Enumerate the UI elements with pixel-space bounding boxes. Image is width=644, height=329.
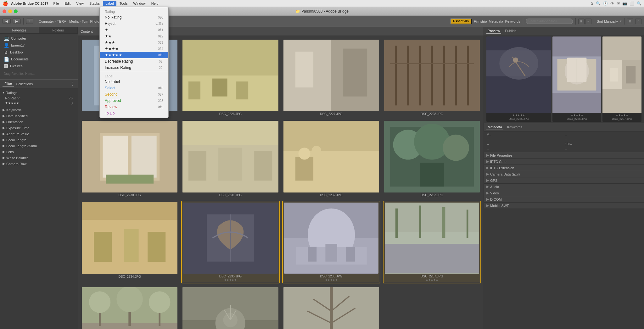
review-label-item[interactable]: Review ⌘9 <box>100 104 168 110</box>
bc-media[interactable]: Media <box>69 20 79 23</box>
meta-section-row[interactable]: ▶IPTC Extension <box>484 165 644 171</box>
filter-section-header[interactable]: ▶ Exposure Time <box>0 125 78 131</box>
no-rating-item[interactable]: No Rating ⌘0 <box>100 14 168 20</box>
tab-folders[interactable]: Folders <box>39 27 78 33</box>
grid-view-button[interactable]: ⊞ <box>578 19 585 24</box>
photo-cell[interactable]: DSC_2226.JPG <box>181 38 279 117</box>
menu-label[interactable]: Label <box>103 1 116 6</box>
minimize-button[interactable] <box>8 9 12 13</box>
increase-rating-item[interactable]: Increase Rating ⌘. <box>100 64 168 71</box>
menu-file[interactable]: File <box>51 1 62 6</box>
menu-window[interactable]: Window <box>131 1 148 6</box>
photo-cell[interactable]: DSC_2232.JPG <box>282 120 380 198</box>
meta-section-row[interactable]: ▶DICOM <box>484 196 644 203</box>
todo-label-item[interactable]: To Do <box>100 110 168 116</box>
select-label-item[interactable]: Select ⌘6 <box>100 85 168 91</box>
meta-section-row[interactable]: ▶Camera Data (Exif) <box>484 171 644 177</box>
photo-cell[interactable]: DSC_2237.JPG★★★★★ <box>383 201 481 283</box>
up-button[interactable]: ↑ <box>26 19 33 24</box>
meta-section-row[interactable]: ▶Video <box>484 190 644 196</box>
photo-cell[interactable]: DSC_2236.JPG★★★★★ <box>282 201 380 283</box>
menu-edit[interactable]: Edit <box>62 1 73 6</box>
approved-label-item[interactable]: Approved ⌘8 <box>100 98 168 104</box>
three-star-item[interactable]: ★★★ ⌘3 <box>100 39 168 46</box>
tab-publish[interactable]: Publish <box>504 28 518 34</box>
photo-cell[interactable]: DSC_2233.JPG <box>383 120 481 198</box>
section-arrow: ▶ <box>3 162 5 166</box>
sort-arrow[interactable]: ▾ <box>620 19 622 23</box>
four-star-item[interactable]: ★★★★ ⌘4 <box>100 46 168 52</box>
tab-favorites[interactable]: Favorites <box>0 27 39 33</box>
decrease-rating-item[interactable]: Decrease Rating ⌘, <box>100 58 168 64</box>
meta-section-row[interactable]: ▶IPTC Core <box>484 159 644 165</box>
photo-cell[interactable]: DSC_2230.JPG <box>81 120 179 198</box>
no-rating-row[interactable]: No Rating 76 <box>0 96 78 101</box>
menu-help[interactable]: Help <box>149 1 161 6</box>
second-label-item[interactable]: Second ⌘7 <box>100 91 168 98</box>
filter-button[interactable]: ⊞ <box>627 19 633 24</box>
filter-options-icon[interactable]: ⋮ <box>70 81 75 87</box>
one-star-item[interactable]: ★ ⌘1 <box>100 27 168 33</box>
meta-section-row[interactable]: ▶File Properties <box>484 152 644 159</box>
maximize-button[interactable] <box>14 9 18 13</box>
two-star-shortcut: ⌘2 <box>158 34 163 38</box>
preview-image-3[interactable]: ★★★★★ DSC_2297.JPG <box>602 36 641 122</box>
apple-menu[interactable]: 🍎 <box>3 1 8 6</box>
filter-section-header[interactable]: ▶ Aperture Value <box>0 131 78 137</box>
preview-image-1[interactable]: ★★★★★ DSC_2235.JPG <box>486 36 551 122</box>
filter-section-header[interactable]: ▶ Orientation <box>0 119 78 125</box>
meta-section-row[interactable]: ▶GPS <box>484 177 644 184</box>
search-icon[interactable]: 🔍 <box>596 1 601 6</box>
forward-button[interactable]: ▶ <box>13 19 21 24</box>
adobe-stock-search[interactable] <box>526 19 573 24</box>
filter-section-header[interactable]: ▶ Focal Length <box>0 137 78 143</box>
preview-image-2[interactable]: ★★★★★ DSC_2236.JPG <box>552 36 601 122</box>
ratings-header[interactable]: ▾ Ratings <box>0 90 78 96</box>
essentials-button[interactable]: Essentials <box>450 18 472 24</box>
photo-cell[interactable]: DSC_2228.JPG <box>383 38 481 117</box>
photo-cell[interactable]: DSC_2238.JPG <box>81 286 179 329</box>
filter-tab[interactable]: Filter <box>3 81 14 86</box>
photo-cell[interactable]: DSC_2239.JPG <box>181 286 279 329</box>
sidebar-item-user[interactable]: 👤 tgreen17 <box>0 42 78 49</box>
back-button[interactable]: ◀ <box>3 19 11 24</box>
meta-section-row[interactable]: ▶Audio <box>484 184 644 190</box>
sidebar-item-computer[interactable]: 💻 Computer <box>0 35 78 42</box>
photo-cell[interactable]: DSC_2234.JPG <box>81 201 179 283</box>
filter-section-header[interactable]: ▶ Keywords <box>0 107 78 113</box>
filter-section-header[interactable]: ▶ Date Modified <box>0 113 78 119</box>
close-button[interactable] <box>3 9 6 13</box>
metadata-button[interactable]: Metadata <box>489 20 503 23</box>
menu-stacks[interactable]: Stacks <box>87 1 102 6</box>
five-star-item[interactable]: ★★★★★ ⌘5 <box>100 52 168 58</box>
filmstrip-button[interactable]: Filmstrip <box>474 20 487 23</box>
photo-cell[interactable]: DSC_2231.JPG <box>181 120 279 198</box>
tab-keywords[interactable]: Keywords <box>506 125 524 130</box>
sidebar-item-pictures[interactable]: 🖼 Pictures <box>0 63 78 70</box>
tab-preview[interactable]: Preview <box>486 28 501 34</box>
photo-cell[interactable]: DSC_2235.JPG★★★★★ <box>181 201 279 283</box>
photo-cell[interactable]: DSC_2240.JPG <box>282 286 380 329</box>
meta-section-row[interactable]: ▶Mobile SWF <box>484 203 644 209</box>
menu-tools[interactable]: Tools <box>117 1 130 6</box>
sidebar-item-documents[interactable]: 📄 Documents <box>0 56 78 63</box>
filter-section-header[interactable]: ▶ White Balance <box>0 155 78 161</box>
two-star-item[interactable]: ★★ ⌘2 <box>100 33 168 39</box>
bc-computer[interactable]: Computer <box>39 20 54 23</box>
reject-item[interactable]: Reject ⌥⌘↓ <box>100 20 168 27</box>
filter-section-header[interactable]: ▶ Lens <box>0 149 78 155</box>
collections-tab[interactable]: Collections <box>14 81 35 86</box>
five-star-row[interactable]: ★★★★★ 3 <box>0 101 78 106</box>
tab-metadata[interactable]: Metadata <box>486 125 503 130</box>
bc-tera[interactable]: TERA <box>57 20 66 23</box>
options-button[interactable]: ☆ <box>635 19 641 24</box>
no-label-item[interactable]: No Label <box>100 79 168 85</box>
photo-cell[interactable]: DSC_2227.JPG <box>282 38 380 117</box>
keywords-button[interactable]: Keywords <box>505 20 520 23</box>
menu-view[interactable]: View <box>74 1 86 6</box>
filter-section-header[interactable]: ▶ Focal Length 35mm <box>0 143 78 149</box>
sidebar-item-desktop[interactable]: 🖥 Desktop <box>0 49 78 56</box>
magnify-icon[interactable]: 🔍 <box>637 1 641 6</box>
list-view-button[interactable]: ≡ <box>585 19 591 24</box>
filter-section-header[interactable]: ▶ Camera Raw <box>0 161 78 167</box>
